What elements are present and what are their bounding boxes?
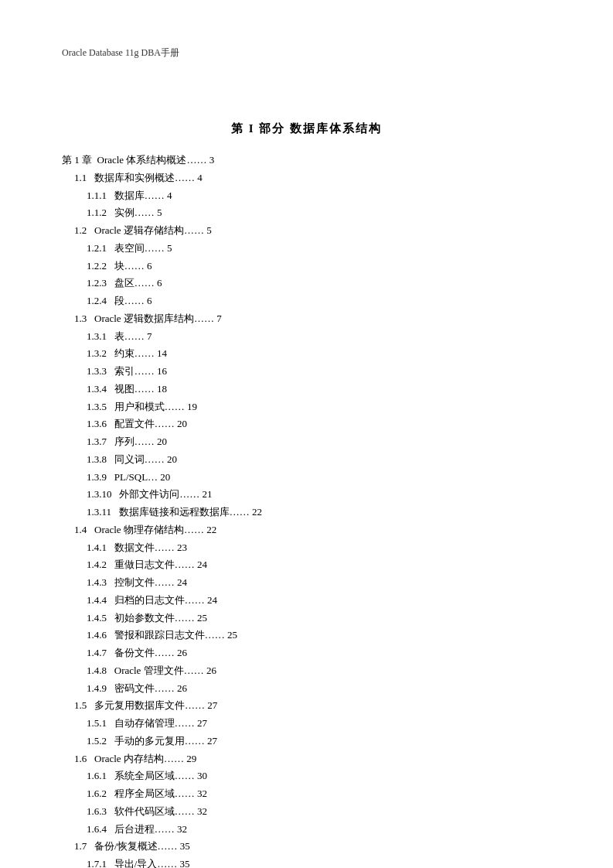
toc-item: 1.7.1 导出/导入…… 35 [87, 856, 551, 868]
toc-item: 1.3.2 约束…… 14 [87, 345, 551, 363]
toc-item: 1.2.1 表空间…… 5 [87, 240, 551, 258]
toc-item: 1.6.2 程序全局区域…… 32 [87, 785, 551, 803]
toc-item: 1.6.3 软件代码区域…… 32 [87, 803, 551, 821]
page: Oracle Database 11g DBA手册 第 I 部分 数据库体系结构… [0, 0, 613, 868]
toc-item: 1.3.4 视图…… 18 [87, 381, 551, 398]
toc-item: 1.6.4 后台进程…… 32 [87, 821, 551, 839]
toc-item: 1.4.4 归档的日志文件…… 24 [87, 592, 551, 610]
toc-item: 1.2.4 段…… 6 [87, 292, 551, 310]
page-header: Oracle Database 11g DBA手册 [62, 46, 551, 60]
toc-item: 1.4.2 重做日志文件…… 24 [87, 556, 551, 574]
toc-item: 1.4.1 数据文件…… 23 [87, 539, 551, 557]
toc-item: 1.3 Oracle 逻辑数据库结构…… 7 [74, 310, 551, 328]
toc-item: 1.1.1 数据库…… 4 [87, 187, 551, 205]
toc-item: 1.4.6 警报和跟踪日志文件…… 25 [87, 627, 551, 644]
toc-item: 1.4.7 备份文件…… 26 [87, 644, 551, 662]
toc-item: 1.1 数据库和实例概述…… 4 [74, 169, 551, 187]
toc-item: 1.3.3 索引…… 16 [87, 363, 551, 381]
toc-item: 1.7 备份/恢复概述…… 35 [74, 838, 551, 856]
toc-item: 1.3.7 序列…… 20 [87, 433, 551, 451]
toc-item: 1.5.1 自动存储管理…… 27 [87, 715, 551, 733]
toc-item: 第 1 章 Oracle 体系结构概述…… 3 [62, 152, 551, 169]
toc-item: 1.3.9 PL/SQL… 20 [87, 469, 551, 487]
toc-item: 1.6.1 系统全局区域…… 30 [87, 767, 551, 785]
toc-item: 1.2 Oracle 逻辑存储结构…… 5 [74, 222, 551, 240]
toc-item: 1.2.2 块…… 6 [87, 258, 551, 275]
toc-item: 1.3.5 用户和模式…… 19 [87, 398, 551, 416]
toc-item: 1.5.2 手动的多元复用…… 27 [87, 733, 551, 750]
toc-item: 1.4 Oracle 物理存储结构…… 22 [74, 521, 551, 539]
toc-item: 1.1.2 实例…… 5 [87, 204, 551, 222]
toc-item: 1.3.8 同义词…… 20 [87, 451, 551, 469]
toc-item: 1.3.1 表…… 7 [87, 328, 551, 346]
toc-item: 1.3.11 数据库链接和远程数据库…… 22 [87, 504, 551, 521]
toc-item: 1.3.10 外部文件访问…… 21 [87, 486, 551, 504]
toc-item: 1.4.9 密码文件…… 26 [87, 680, 551, 698]
toc-item: 1.6 Oracle 内存结构…… 29 [74, 750, 551, 768]
toc-item: 1.2.3 盘区…… 6 [87, 275, 551, 292]
toc-item: 1.4.5 初始参数文件…… 25 [87, 610, 551, 627]
toc-item: 1.4.3 控制文件…… 24 [87, 574, 551, 592]
toc-item: 1.3.6 配置文件…… 20 [87, 415, 551, 433]
toc-item: 1.4.8 Oracle 管理文件…… 26 [87, 662, 551, 680]
toc-container: 第 1 章 Oracle 体系结构概述…… 31.1 数据库和实例概述…… 41… [62, 152, 551, 868]
part-title: 第 I 部分 数据库体系结构 [62, 121, 551, 136]
toc-item: 1.5 多元复用数据库文件…… 27 [74, 697, 551, 715]
header-title: Oracle Database 11g DBA手册 [62, 47, 179, 58]
